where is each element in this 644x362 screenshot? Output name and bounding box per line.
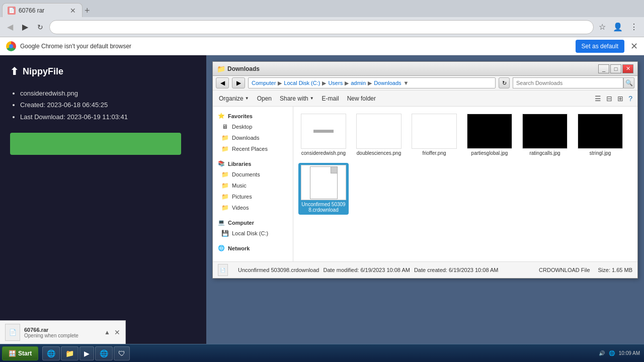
new-folder-button[interactable]: New folder bbox=[344, 92, 379, 105]
list-item[interactable]: frioffer.png bbox=[409, 112, 459, 158]
taskbar-media-button[interactable]: ▶ bbox=[79, 346, 94, 360]
account-button[interactable]: 👤 bbox=[611, 20, 625, 34]
open-button[interactable]: Open bbox=[254, 92, 275, 105]
download-close-button[interactable]: ✕ bbox=[114, 328, 120, 336]
explorer-minimize-button[interactable]: _ bbox=[598, 64, 609, 73]
file-area: consideredwish.png doublesciences.png fr… bbox=[293, 107, 637, 261]
file-name: consideredwish.png bbox=[301, 150, 346, 156]
status-right: CRDOWNLOAD File Size: 1.65 MB bbox=[539, 267, 632, 273]
taskbar-items: 🌐 📁 ▶ 🌐 🛡 bbox=[40, 346, 594, 360]
start-orb-icon: 🪟 bbox=[9, 350, 16, 357]
view-options-button[interactable]: ⊟ bbox=[604, 94, 614, 104]
sidebar-item-music[interactable]: 📁 Music bbox=[213, 180, 293, 191]
chrome-icon: 🌐 bbox=[100, 349, 108, 357]
network-header[interactable]: 🌐 Network bbox=[213, 243, 293, 253]
back-button[interactable]: ◀ bbox=[4, 20, 16, 34]
active-tab[interactable]: 📄 60766 rar ✕ bbox=[2, 3, 83, 17]
clock: 10:09 AM bbox=[619, 350, 640, 356]
explorer-close-button[interactable]: ✕ bbox=[622, 64, 633, 73]
list-item[interactable]: doublesciences.png bbox=[354, 112, 404, 158]
list-item[interactable]: consideredwish.png bbox=[298, 112, 349, 158]
nippyfile-header: ⬆ NippyFile bbox=[10, 65, 196, 77]
tab-close-button[interactable]: ✕ bbox=[69, 7, 77, 15]
status-date-created: Date created: 6/19/2023 10:08 AM bbox=[414, 267, 499, 273]
list-item[interactable]: Unconfirmed 503098.crdownload bbox=[298, 163, 349, 215]
downloads-folder-icon: 📁 bbox=[221, 134, 229, 142]
computer-icon: 💻 bbox=[218, 219, 225, 226]
search-button[interactable]: 🔍 bbox=[623, 77, 634, 88]
organize-button[interactable]: Organize ▼ bbox=[216, 92, 252, 105]
videos-icon: 📁 bbox=[221, 204, 229, 212]
file-size: consideredwish.png bbox=[20, 87, 196, 99]
sidebar-item-recent-places[interactable]: 📁 Recent Places bbox=[213, 143, 293, 154]
forward-button[interactable]: ▶ bbox=[19, 20, 31, 34]
action-bar: Organize ▼ Open Share with ▼ E-mail New … bbox=[213, 90, 637, 107]
menu-button[interactable]: ⋮ bbox=[628, 20, 640, 34]
share-with-button[interactable]: Share with ▼ bbox=[277, 92, 317, 105]
file-thumbnail bbox=[412, 114, 457, 149]
sidebar-item-downloads[interactable]: 📁 Downloads bbox=[213, 132, 293, 143]
set-default-button[interactable]: Set as default bbox=[576, 40, 624, 53]
explorer-forward-button[interactable]: ▶ bbox=[232, 77, 245, 88]
sidebar-item-pictures[interactable]: 📁 Pictures bbox=[213, 191, 293, 202]
upload-icon: ⬆ bbox=[10, 65, 19, 77]
breadcrumb-bar: Computer ▶ Local Disk (C:) ▶ Users ▶ adm… bbox=[248, 77, 496, 88]
reload-button[interactable]: ↻ bbox=[34, 21, 46, 33]
taskbar: 🪟 Start 🌐 📁 ▶ 🌐 🛡 🔊 🌐 10:09 AM bbox=[0, 344, 644, 362]
file-thumbnail bbox=[467, 114, 512, 149]
explorer-refresh-button[interactable]: ↻ bbox=[499, 77, 510, 88]
ie-icon: 🌐 bbox=[47, 349, 55, 357]
bookmark-button[interactable]: ☆ bbox=[597, 20, 608, 34]
breadcrumb-local-disk[interactable]: Local Disk (C:) bbox=[284, 80, 320, 86]
list-item[interactable]: stringl.jpg bbox=[575, 112, 625, 158]
list-item[interactable]: partiesglobal.jpg bbox=[464, 112, 515, 158]
status-date-modified: Date modified: 6/19/2023 10:08 AM bbox=[323, 267, 410, 273]
taskbar-chrome-button[interactable]: 🌐 bbox=[95, 346, 113, 360]
taskbar-security-button[interactable]: 🛡 bbox=[114, 346, 130, 360]
sidebar-item-local-disk[interactable]: 💾 Local Disk (C:) bbox=[213, 228, 293, 239]
default-browser-text: Google Chrome isn't your default browser bbox=[20, 43, 576, 50]
sidebar-item-documents[interactable]: 📁 Documents bbox=[213, 169, 293, 180]
explorer-folder-icon: 📁 bbox=[217, 65, 225, 73]
details-view-button[interactable]: ☰ bbox=[593, 94, 603, 104]
libraries-icon: 📚 bbox=[218, 160, 225, 167]
computer-section: 💻 Computer 💾 Local Disk (C:) bbox=[213, 217, 293, 239]
sidebar-item-videos[interactable]: 📁 Videos bbox=[213, 202, 293, 213]
explorer-status-bar: 📄 Unconfirmed 503098.crdownload Date mod… bbox=[213, 261, 637, 278]
file-name: frioffer.png bbox=[422, 150, 446, 156]
search-input[interactable] bbox=[513, 77, 623, 88]
close-default-bar-button[interactable]: ✕ bbox=[630, 41, 638, 52]
download-file-icon: 📄 bbox=[5, 324, 20, 341]
breadcrumb-admin[interactable]: admin bbox=[351, 80, 366, 86]
breadcrumb-computer[interactable]: Computer bbox=[252, 80, 276, 86]
start-button[interactable]: 🪟 Start bbox=[2, 346, 38, 360]
explorer-restore-button[interactable]: □ bbox=[610, 64, 621, 73]
help-button[interactable]: ? bbox=[626, 94, 634, 104]
large-icons-button[interactable]: ⊞ bbox=[615, 94, 625, 104]
taskbar-ie-button[interactable]: 🌐 bbox=[42, 346, 60, 360]
explorer-back-button[interactable]: ◀ bbox=[216, 77, 229, 88]
music-icon: 📁 bbox=[221, 182, 229, 190]
default-browser-bar: Google Chrome isn't your default browser… bbox=[0, 37, 644, 55]
media-icon: ▶ bbox=[84, 349, 90, 357]
list-item[interactable]: ratingcalls.jpg bbox=[520, 112, 570, 158]
address-bar[interactable]: nippyfile.com/v/8be493 bbox=[49, 20, 594, 34]
breadcrumb-downloads[interactable]: Downloads bbox=[374, 80, 401, 86]
file-created: Created: 2023-06-18 06:45:25 bbox=[20, 99, 196, 111]
volume-icon: 🔊 bbox=[599, 350, 605, 356]
libraries-header[interactable]: 📚 Libraries bbox=[213, 158, 293, 169]
tab-favicon: 📄 bbox=[8, 7, 16, 15]
download-expand-button[interactable]: ▲ bbox=[104, 329, 110, 336]
new-tab-button[interactable]: + bbox=[85, 6, 90, 16]
libraries-section: 📚 Libraries 📁 Documents 📁 Music 📁 bbox=[213, 158, 293, 213]
email-button[interactable]: E-mail bbox=[319, 92, 342, 105]
taskbar-explorer-button[interactable]: 📁 bbox=[61, 346, 78, 360]
sidebar-item-desktop[interactable]: 🖥 Desktop bbox=[213, 121, 293, 132]
breadcrumb-users[interactable]: Users bbox=[328, 80, 343, 86]
explorer-title: Downloads bbox=[227, 65, 598, 72]
computer-header[interactable]: 💻 Computer bbox=[213, 217, 293, 228]
download-button[interactable] bbox=[10, 133, 181, 155]
explorer-body: ⭐ Favorites 🖥 Desktop 📁 Downloads 📁 bbox=[213, 107, 637, 261]
explorer-title-bar: 📁 Downloads _ □ ✕ bbox=[213, 62, 637, 76]
favorites-header[interactable]: ⭐ Favorites bbox=[213, 111, 293, 121]
